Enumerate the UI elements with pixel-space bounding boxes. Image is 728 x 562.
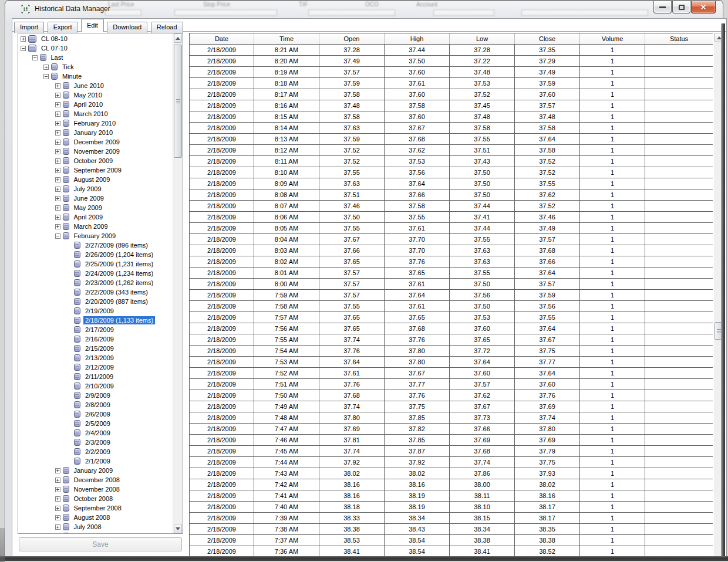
column-header-open[interactable]: Open [319, 33, 385, 44]
cell-high[interactable]: 37.65 [385, 312, 450, 323]
cell-status[interactable] [645, 546, 713, 557]
grid-row[interactable]: 2/18/20097:37 AM38.5338.5438.3838.381 [190, 535, 713, 546]
cell-high[interactable]: 37.60 [385, 89, 450, 100]
cell-high[interactable]: 38.54 [385, 535, 450, 546]
cell-low[interactable]: 37.66 [450, 424, 515, 434]
cell-volume[interactable]: 1 [580, 479, 645, 490]
cell-low[interactable]: 37.62 [450, 390, 515, 401]
cell-low[interactable]: 37.50 [450, 189, 515, 200]
expander-plus-icon[interactable] [55, 140, 60, 145]
grid-row[interactable]: 2/18/20097:41 AM38.1638.1938.1138.161 [190, 490, 713, 502]
tree-node[interactable]: August 2009 [18, 175, 173, 184]
cell-close[interactable]: 37.68 [515, 245, 580, 256]
cell-volume[interactable]: 1 [580, 346, 645, 356]
cell-date[interactable]: 2/18/2009 [190, 468, 254, 479]
cell-date[interactable]: 2/18/2009 [190, 424, 254, 434]
cell-date[interactable]: 2/18/2009 [190, 245, 254, 256]
expander-minus-icon[interactable] [43, 74, 49, 79]
expander-plus-icon[interactable] [55, 487, 60, 492]
cell-time[interactable]: 8:00 AM [254, 279, 319, 289]
cell-low[interactable]: 37.63 [450, 256, 515, 267]
cell-time[interactable]: 7:46 AM [254, 435, 319, 445]
cell-status[interactable] [645, 368, 713, 378]
cell-time[interactable]: 8:14 AM [254, 123, 319, 133]
tab-import[interactable]: Import [14, 22, 44, 33]
cell-time[interactable]: 7:47 AM [254, 424, 319, 434]
cell-close[interactable]: 37.59 [515, 290, 580, 300]
cell-date[interactable]: 2/18/2009 [190, 223, 254, 233]
close-button[interactable]: ✕ [691, 1, 716, 13]
cell-high[interactable]: 38.02 [385, 468, 450, 479]
expander-minus-icon[interactable] [32, 55, 38, 60]
cell-open[interactable]: 38.53 [319, 535, 385, 546]
cell-close[interactable]: 37.57 [515, 279, 580, 289]
cell-date[interactable]: 2/18/2009 [190, 312, 254, 323]
expander-plus-icon[interactable] [55, 524, 60, 530]
expander-plus-icon[interactable] [55, 196, 60, 201]
grid-row[interactable]: 2/18/20097:47 AM37.6937.8237.6637.801 [190, 424, 713, 435]
grid-row[interactable]: 2/18/20098:21 AM37.2837.4437.2837.351 [190, 45, 713, 56]
cell-time[interactable]: 7:36 AM [254, 546, 319, 557]
cell-status[interactable] [645, 301, 713, 312]
grid-row[interactable]: 2/18/20097:59 AM37.5737.6437.5637.591 [190, 290, 713, 301]
tree-node[interactable]: 2/4/2009 [18, 428, 173, 438]
cell-close[interactable]: 37.80 [515, 424, 580, 434]
title-bar[interactable]: Last Price Stop Price TIF OCO Account Hi… [5, 1, 723, 18]
cell-time[interactable]: 7:40 AM [254, 502, 319, 512]
cell-open[interactable]: 37.58 [319, 111, 385, 122]
cell-high[interactable]: 37.64 [385, 178, 450, 189]
cell-time[interactable]: 7:45 AM [254, 446, 319, 456]
cell-date[interactable]: 2/18/2009 [190, 390, 254, 401]
cell-time[interactable]: 7:50 AM [254, 390, 319, 401]
tree-scrollbar-thumb[interactable] [174, 45, 182, 158]
tree-node[interactable]: January 2009 [18, 466, 173, 475]
cell-time[interactable]: 7:54 AM [254, 346, 319, 356]
grid-row[interactable]: 2/18/20097:54 AM37.7637.8037.7237.751 [190, 346, 713, 357]
cell-high[interactable]: 37.80 [385, 346, 450, 356]
cell-date[interactable]: 2/18/2009 [190, 234, 254, 245]
tree-node[interactable]: 2/27/2009 (896 items) [18, 241, 173, 250]
cell-status[interactable] [645, 111, 713, 122]
cell-open[interactable]: 37.63 [319, 123, 385, 133]
cell-time[interactable]: 7:48 AM [254, 412, 319, 423]
cell-low[interactable]: 37.58 [450, 123, 515, 133]
cell-date[interactable]: 2/18/2009 [190, 256, 254, 267]
cell-time[interactable]: 7:52 AM [254, 368, 319, 378]
cell-status[interactable] [645, 312, 713, 323]
cell-close[interactable]: 38.17 [515, 502, 580, 512]
tree-node[interactable]: 2/6/2009 [18, 409, 173, 419]
cell-date[interactable]: 2/18/2009 [190, 156, 254, 167]
tab-reload[interactable]: Reload [151, 22, 183, 33]
cell-low[interactable]: 38.34 [450, 524, 515, 534]
expander-plus-icon[interactable] [55, 187, 60, 192]
tree-node[interactable]: Tick [18, 62, 173, 72]
cell-time[interactable]: 7:44 AM [254, 457, 319, 468]
cell-open[interactable]: 38.41 [319, 546, 385, 557]
cell-open[interactable]: 37.69 [319, 424, 385, 434]
column-header-time[interactable]: Time [254, 33, 319, 44]
cell-high[interactable]: 37.58 [385, 100, 450, 111]
cell-low[interactable]: 37.48 [450, 67, 515, 77]
cell-low[interactable]: 38.00 [450, 479, 515, 490]
tree-node[interactable]: 2/15/2009 [18, 344, 173, 353]
cell-status[interactable] [645, 89, 713, 100]
cell-close[interactable]: 37.64 [515, 368, 580, 378]
tree-node[interactable]: March 2009 [18, 222, 173, 231]
cell-high[interactable]: 37.76 [385, 334, 450, 345]
cell-open[interactable]: 38.16 [319, 479, 385, 490]
cell-volume[interactable]: 1 [580, 123, 645, 133]
expander-plus-icon[interactable] [55, 158, 60, 164]
tree-node[interactable]: November 2008 [18, 485, 173, 494]
cell-close[interactable]: 37.60 [515, 89, 580, 100]
cell-date[interactable]: 2/18/2009 [190, 323, 254, 334]
grid-row[interactable]: 2/18/20097:43 AM38.0238.0237.8637.931 [190, 468, 713, 479]
cell-date[interactable]: 2/18/2009 [190, 100, 254, 111]
cell-low[interactable]: 37.52 [450, 89, 515, 100]
cell-high[interactable]: 38.19 [385, 502, 450, 512]
grid-row[interactable]: 2/18/20097:53 AM37.6437.8037.6437.771 [190, 357, 713, 368]
grid-row[interactable]: 2/18/20097:55 AM37.7437.7637.6537.671 [190, 334, 713, 346]
cell-date[interactable]: 2/18/2009 [190, 513, 254, 523]
tree-node[interactable]: 2/17/2009 [18, 325, 173, 334]
cell-status[interactable] [645, 479, 713, 490]
cell-low[interactable]: 37.55 [450, 134, 515, 144]
